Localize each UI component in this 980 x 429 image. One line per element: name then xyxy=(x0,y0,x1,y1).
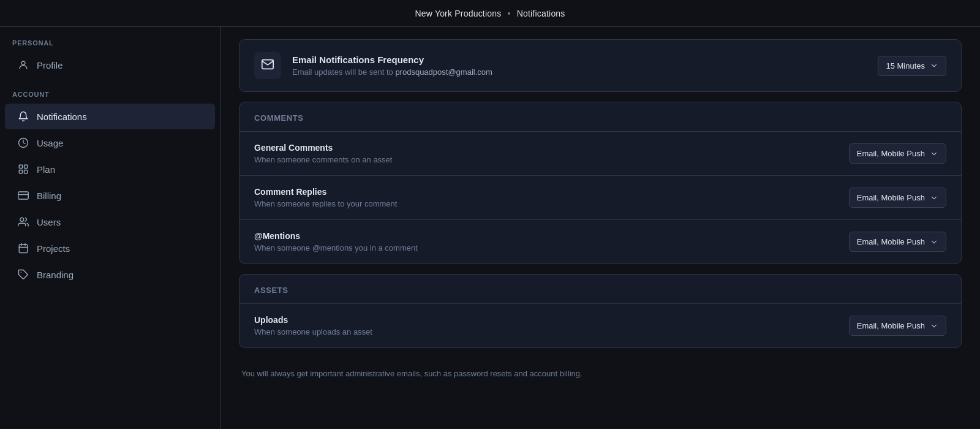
sidebar-branding-label: Branding xyxy=(37,270,74,280)
assets-card: Assets Uploads When someone uploads an a… xyxy=(239,274,962,348)
svg-rect-6 xyxy=(18,192,29,199)
svg-point-0 xyxy=(21,61,25,65)
email-frequency-card: Email Notifications Frequency Email upda… xyxy=(239,39,962,92)
sidebar-users-label: Users xyxy=(37,217,61,227)
sidebar-profile-label: Profile xyxy=(37,60,63,70)
svg-point-8 xyxy=(20,218,24,221)
footer-note: You will always get important administra… xyxy=(239,358,962,385)
comment-replies-dropdown[interactable]: Email, Mobile Push xyxy=(849,188,946,208)
chevron-down-icon xyxy=(930,194,938,202)
branding-icon xyxy=(17,268,29,281)
uploads-desc: When someone uploads an asset xyxy=(254,327,849,336)
separator-dot: • xyxy=(508,9,511,18)
sidebar-billing-label: Billing xyxy=(37,191,61,201)
general-comments-dropdown-value: Email, Mobile Push xyxy=(857,149,925,158)
uploads-title: Uploads xyxy=(254,315,849,325)
sidebar-item-branding[interactable]: Branding xyxy=(5,262,215,287)
mentions-dropdown-value: Email, Mobile Push xyxy=(857,237,925,246)
svg-rect-3 xyxy=(24,165,28,168)
comments-card: Comments General Comments When someone c… xyxy=(239,102,962,264)
email-freq-prefix: Email updates will be sent to xyxy=(292,67,393,77)
svg-rect-5 xyxy=(24,170,28,173)
sidebar-item-usage[interactable]: Usage xyxy=(5,130,215,156)
top-bar: New York Productions • Notifications xyxy=(0,0,980,27)
uploads-dropdown-value: Email, Mobile Push xyxy=(857,321,925,330)
sidebar-account-label: Account xyxy=(0,91,220,103)
chevron-down-icon xyxy=(930,150,938,158)
page-name: Notifications xyxy=(517,9,565,18)
sidebar-plan-label: Plan xyxy=(37,164,55,175)
notifications-icon xyxy=(17,110,29,123)
svg-rect-4 xyxy=(19,170,22,173)
mentions-row: @Mentions When someone @mentions you in … xyxy=(239,220,961,264)
assets-heading: Assets xyxy=(239,275,961,304)
svg-rect-2 xyxy=(19,165,22,168)
mentions-dropdown[interactable]: Email, Mobile Push xyxy=(849,232,946,252)
sidebar-notifications-label: Notifications xyxy=(37,112,87,122)
mentions-title: @Mentions xyxy=(254,231,849,241)
uploads-row: Uploads When someone uploads an asset Em… xyxy=(239,304,961,347)
sidebar-usage-label: Usage xyxy=(37,138,63,148)
sidebar: Personal Profile Account Notifications xyxy=(0,27,221,429)
sidebar-item-billing[interactable]: Billing xyxy=(5,183,215,208)
uploads-dropdown[interactable]: Email, Mobile Push xyxy=(849,316,946,336)
email-freq-dropdown-value: 15 Minutes xyxy=(886,61,925,70)
top-bar-title: New York Productions • Notifications xyxy=(415,9,565,18)
main-content: Email Notifications Frequency Email upda… xyxy=(221,27,980,429)
uploads-info: Uploads When someone uploads an asset xyxy=(254,315,849,336)
email-freq-subtitle: Email updates will be sent to prodsquadp… xyxy=(292,67,867,77)
email-address: prodsquadpost@gmail.com xyxy=(395,67,492,77)
projects-icon xyxy=(17,242,29,254)
billing-icon xyxy=(17,189,29,202)
general-comments-desc: When someone comments on an asset xyxy=(254,155,849,164)
sidebar-projects-label: Projects xyxy=(37,243,70,254)
sidebar-item-plan[interactable]: Plan xyxy=(5,156,215,182)
mentions-info: @Mentions When someone @mentions you in … xyxy=(254,231,849,252)
comment-replies-desc: When someone replies to your comment xyxy=(254,199,849,208)
comment-replies-info: Comment Replies When someone replies to … xyxy=(254,187,849,208)
sidebar-item-profile[interactable]: Profile xyxy=(5,52,215,78)
comment-replies-title: Comment Replies xyxy=(254,187,849,197)
general-comments-title: General Comments xyxy=(254,143,849,153)
email-icon-wrap xyxy=(254,52,281,79)
general-comments-row: General Comments When someone comments o… xyxy=(239,132,961,176)
chevron-down-icon xyxy=(930,238,938,246)
email-freq-title: Email Notifications Frequency xyxy=(292,55,867,65)
mentions-desc: When someone @mentions you in a comment xyxy=(254,243,849,252)
email-icon xyxy=(261,58,274,74)
profile-icon xyxy=(17,59,29,71)
chevron-down-icon xyxy=(930,322,938,330)
plan-icon xyxy=(17,163,29,175)
org-name: New York Productions xyxy=(415,9,501,18)
users-icon xyxy=(17,216,29,228)
sidebar-personal-label: Personal xyxy=(0,39,220,51)
comment-replies-dropdown-value: Email, Mobile Push xyxy=(857,193,925,202)
email-freq-dropdown[interactable]: 15 Minutes xyxy=(878,56,946,76)
email-freq-info: Email Notifications Frequency Email upda… xyxy=(292,55,867,77)
general-comments-dropdown[interactable]: Email, Mobile Push xyxy=(849,143,946,164)
sidebar-item-notifications[interactable]: Notifications xyxy=(5,104,215,129)
comment-replies-row: Comment Replies When someone replies to … xyxy=(239,176,961,220)
comments-heading: Comments xyxy=(239,102,961,132)
layout: Personal Profile Account Notifications xyxy=(0,27,980,429)
sidebar-item-users[interactable]: Users xyxy=(5,209,215,235)
sidebar-item-projects[interactable]: Projects xyxy=(5,235,215,261)
usage-icon xyxy=(17,137,29,149)
general-comments-info: General Comments When someone comments o… xyxy=(254,143,849,164)
svg-rect-9 xyxy=(19,245,28,253)
chevron-down-icon xyxy=(930,61,938,70)
